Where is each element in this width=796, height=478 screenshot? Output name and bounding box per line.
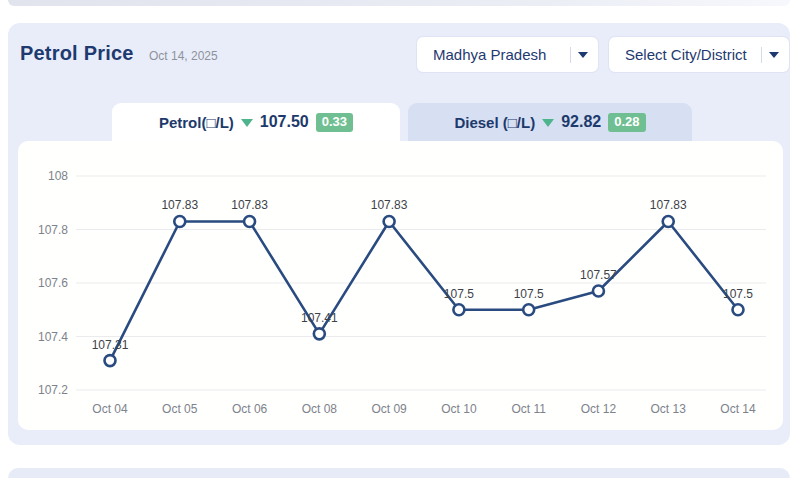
x-axis-tick-label: Oct 13 [651,402,687,416]
data-point[interactable] [314,328,325,339]
price-chart-panel: 108107.8107.6107.4107.2Oct 04Oct 05Oct 0… [18,141,783,430]
data-point-label: 107.41 [301,311,338,325]
next-card-edge [8,468,790,478]
petrol-price-value: 107.50 [260,113,309,131]
state-dropdown[interactable]: Madhya Pradesh [417,37,598,72]
price-chart-svg: 108107.8107.6107.4107.2Oct 04Oct 05Oct 0… [18,141,783,430]
data-point[interactable] [105,355,116,366]
city-district-dropdown[interactable]: Select City/District [609,37,789,72]
y-axis-tick-label: 107.4 [38,330,68,344]
x-axis-tick-label: Oct 10 [441,402,477,416]
data-point-label: 107.57 [580,268,617,282]
data-point-label: 107.5 [514,287,544,301]
tab-diesel[interactable]: Diesel (□/L) 92.82 0.28 [408,103,692,141]
petrol-price-card: Petrol Price Oct 14, 2025 Madhya Pradesh… [8,23,790,445]
tab-petrol[interactable]: Petrol(□/L) 107.50 0.33 [112,103,400,141]
city-dropdown-controls [761,47,779,63]
y-axis-tick-label: 107.8 [38,223,68,237]
x-axis-tick-label: Oct 08 [302,402,338,416]
price-down-icon [542,119,554,127]
data-point[interactable] [663,216,674,227]
x-axis-tick-label: Oct 11 [511,402,546,416]
y-axis-tick-label: 107.6 [38,276,68,290]
y-axis-tick-label: 108 [48,169,68,183]
dropdown-divider [761,47,762,63]
chevron-down-icon[interactable] [769,52,779,58]
x-axis-tick-label: Oct 14 [720,402,756,416]
data-point-label: 107.31 [92,338,129,352]
petrol-tab-label: Petrol(□/L) [159,114,234,131]
data-point[interactable] [244,216,255,227]
x-axis-tick-label: Oct 04 [92,402,128,416]
state-dropdown-controls [570,47,588,63]
data-point[interactable] [593,286,604,297]
diesel-tab-label: Diesel (□/L) [454,114,535,131]
data-point[interactable] [384,216,395,227]
x-axis-tick-label: Oct 09 [371,402,407,416]
data-point-label: 107.5 [723,287,753,301]
data-point-label: 107.5 [444,287,474,301]
y-axis-tick-label: 107.2 [38,383,68,397]
previous-card-edge [8,0,790,6]
x-axis-tick-label: Oct 05 [162,402,198,416]
data-point[interactable] [733,304,744,315]
state-dropdown-value: Madhya Pradesh [433,46,546,63]
data-point-label: 107.83 [650,198,687,212]
data-point-label: 107.83 [161,198,198,212]
chevron-down-icon[interactable] [578,52,588,58]
data-point-label: 107.83 [231,198,268,212]
page-title: Petrol Price [20,42,134,65]
x-axis-tick-label: Oct 06 [232,402,268,416]
price-line [110,221,738,360]
diesel-change-badge: 0.28 [608,113,645,132]
dropdown-divider [570,47,571,63]
price-down-icon [241,119,253,127]
diesel-price-value: 92.82 [561,113,601,131]
data-point[interactable] [523,304,534,315]
city-dropdown-value: Select City/District [625,46,747,63]
petrol-change-badge: 0.33 [316,113,353,132]
page-date: Oct 14, 2025 [149,49,218,63]
card-header: Petrol Price Oct 14, 2025 Madhya Pradesh… [8,23,790,95]
page: Petrol Price Oct 14, 2025 Madhya Pradesh… [0,0,796,478]
data-point[interactable] [453,304,464,315]
data-point[interactable] [174,216,185,227]
x-axis-tick-label: Oct 12 [581,402,617,416]
data-point-label: 107.83 [371,198,408,212]
